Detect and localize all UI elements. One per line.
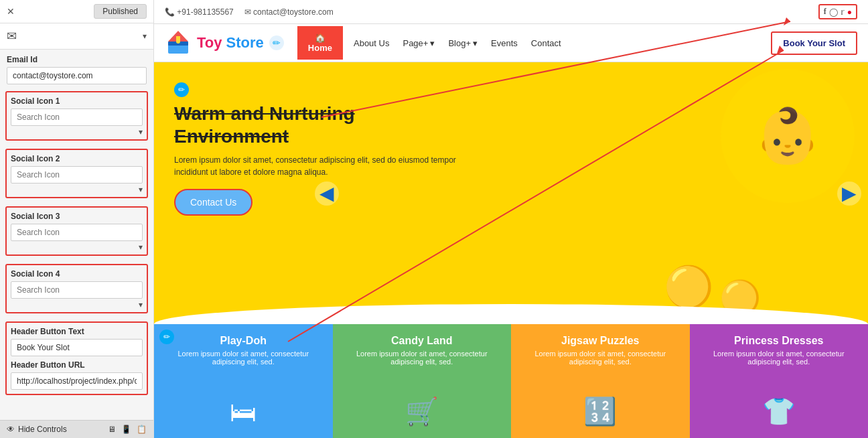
social-icon-4-label: Social Icon 4 (11, 269, 143, 279)
social-icon-4-input[interactable] (11, 281, 143, 299)
hide-controls-bar[interactable]: 👁 Hide Controls 🖥 📱 📋 (0, 420, 153, 438)
logo-edit-pencil[interactable]: ✏ (269, 35, 284, 50)
logo-svg (165, 29, 192, 56)
chevron-down-icon[interactable]: ▾ (139, 242, 143, 252)
social-icon-2-label: Social Icon 2 (11, 154, 143, 163)
hero-description: Lorem ipsum dolor sit amet, consectetur … (174, 154, 469, 178)
nav-events[interactable]: Events (491, 38, 518, 48)
svg-rect-4 (176, 36, 180, 42)
device-icons: 🖥 📱 📋 (108, 425, 147, 434)
mobile-icon[interactable]: 📱 (121, 425, 131, 434)
nav-links: About Us Page+ ▾ Blog+ ▾ Events Contact (354, 38, 561, 48)
twitter-icon[interactable]: 𝕣 (841, 7, 845, 17)
pinterest-icon[interactable]: ● (847, 7, 852, 17)
home-button[interactable]: 🏠 Home (297, 26, 343, 60)
hero-content: ✏ Warm and Nurturing Environment Lorem i… (154, 62, 489, 236)
header-nav: Toy Store ✏ 🏠 Home About Us Page+ ▾ Blog… (154, 24, 868, 62)
header-button-group: Header Button Text Header Button URL (5, 321, 148, 395)
chevron-down-icon[interactable]: ▾ (139, 300, 143, 309)
email-address: ✉ contact@toystore.com (244, 7, 334, 17)
social-icon-2-row: ▾ (11, 184, 143, 197)
card-princess-desc: Lorem ipsum dolor sit amet, consectetur … (699, 350, 859, 366)
tablet-icon[interactable]: 📋 (137, 425, 147, 434)
social-icon-3-label: Social Icon 3 (11, 212, 143, 221)
social-icons-top-group: f ◯ 𝕣 ● (818, 4, 857, 19)
facebook-icon[interactable]: f (824, 7, 826, 17)
card-jigsaw-title: Jigsaw Puzzles (561, 335, 640, 347)
hide-controls-label: 👁 Hide Controls (7, 425, 67, 434)
card-candyland-desc: Lorem ipsum dolor sit amet, consectetur … (342, 350, 502, 366)
cards-section: ✏ Play-Doh Lorem ipsum dolor sit amet, c… (154, 324, 868, 438)
social-icon-1-label: Social Icon 1 (11, 96, 143, 106)
social-icon-3-row: ▾ (11, 241, 143, 254)
social-icon-3-group: Social Icon 3 ▾ (5, 206, 148, 256)
header-button-url-input[interactable] (11, 372, 143, 390)
card-candyland-title: Candy Land (391, 335, 453, 347)
hero-edit-pencil[interactable]: ✏ (174, 82, 189, 97)
social-icon-2-group: Social Icon 2 ▾ (5, 149, 148, 198)
social-icon-1-row: ▾ (11, 126, 143, 139)
phone-number: 📞 +91-981135567 (165, 7, 234, 17)
social-icon-1-group: Social Icon 1 ▾ (5, 91, 148, 141)
email-input[interactable] (7, 67, 147, 84)
header-button-url-label: Header Button URL (11, 360, 143, 370)
close-button[interactable]: ✕ (7, 6, 15, 17)
nav-page[interactable]: Page+ ▾ (403, 38, 435, 48)
card-playdoh: Play-Doh Lorem ipsum dolor sit amet, con… (154, 324, 333, 438)
social-icon-3-input[interactable] (11, 224, 143, 241)
card-playdoh-desc: Lorem ipsum dolor sit amet, consectetur … (163, 350, 323, 366)
hero-image-area: 👶 🟡 🟡 (439, 62, 868, 324)
card-candyland: Candy Land Lorem ipsum dolor sit amet, c… (333, 324, 512, 438)
email-icon-row: ✉ ▾ (0, 23, 153, 50)
email-label: Email Id (7, 55, 147, 64)
chevron-down-icon[interactable]: ▾ (139, 127, 143, 137)
email-icon: ✉ (7, 29, 17, 44)
cards-edit-pencil[interactable]: ✏ (159, 330, 174, 344)
chevron-down-icon[interactable]: ▾ (143, 31, 147, 41)
top-bar: 📞 +91-981135567 ✉ contact@toystore.com f… (154, 0, 868, 24)
card-jigsaw: Jigsaw Puzzles Lorem ipsum dolor sit ame… (511, 324, 690, 438)
social-icon-4-row: ▾ (11, 299, 143, 312)
top-bar-controls: ✕ Published (0, 0, 153, 23)
book-slot-button[interactable]: Book Your Slot (771, 31, 857, 55)
desktop-icon[interactable]: 🖥 (108, 425, 116, 434)
published-button[interactable]: Published (94, 4, 147, 19)
eye-icon: 👁 (7, 425, 15, 434)
social-icon-4-group: Social Icon 4 ▾ (5, 264, 148, 313)
card-jigsaw-desc: Lorem ipsum dolor sit amet, consectetur … (520, 350, 680, 366)
logo-text: Toy Store (197, 34, 264, 52)
social-icon-1-input[interactable] (11, 108, 143, 126)
instagram-icon[interactable]: ◯ (829, 7, 838, 17)
contact-us-button[interactable]: Contact Us (174, 189, 252, 216)
nav-contact[interactable]: Contact (531, 38, 561, 48)
header-button-text-input[interactable] (11, 339, 143, 356)
email-section: Email Id (0, 50, 153, 87)
hero-title: Warm and Nurturing Environment (174, 102, 469, 147)
header-button-text-label: Header Button Text (11, 327, 143, 336)
chevron-down-icon[interactable]: ▾ (139, 185, 143, 194)
left-panel: ✕ Published ✉ ▾ Email Id Social Icon 1 ▾… (0, 0, 154, 438)
nav-blog[interactable]: Blog+ ▾ (448, 38, 478, 48)
social-icon-2-input[interactable] (11, 166, 143, 184)
home-icon: 🏠 (315, 33, 326, 43)
card-princess: Princess Dresses Lorem ipsum dolor sit a… (690, 324, 869, 438)
card-playdoh-title: Play-Doh (220, 335, 267, 347)
logo-area: Toy Store ✏ (165, 24, 284, 62)
hero-prev-arrow[interactable]: ◀ (315, 181, 339, 206)
card-princess-title: Princess Dresses (734, 335, 823, 347)
main-area: 📞 +91-981135567 ✉ contact@toystore.com f… (154, 0, 868, 438)
nav-about-us[interactable]: About Us (354, 38, 389, 48)
hero-section: ✏ Warm and Nurturing Environment Lorem i… (154, 62, 868, 324)
